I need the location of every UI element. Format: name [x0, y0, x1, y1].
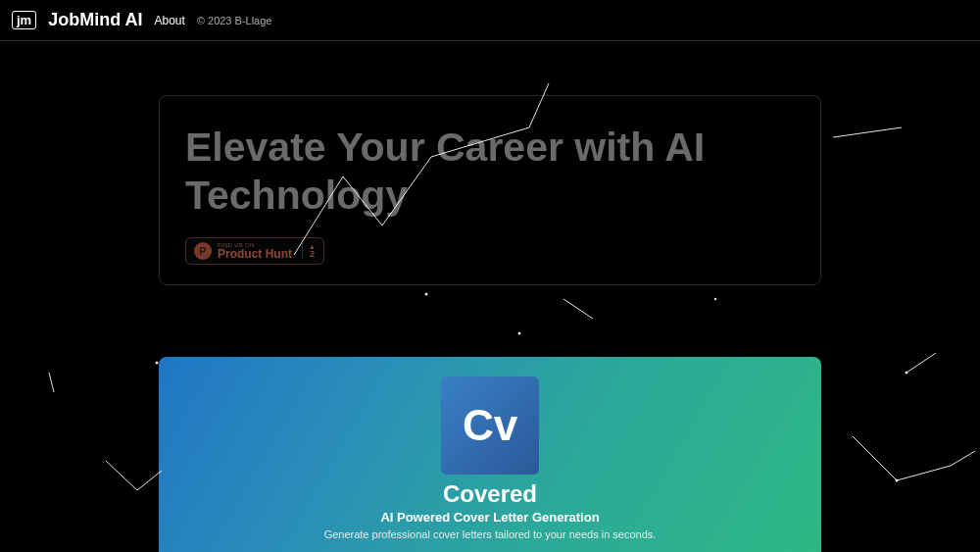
feature-card[interactable]: Cv Covered AI Powered Cover Letter Gener…	[159, 357, 821, 552]
hero-card: Elevate Your Career with AI Technology P…	[159, 95, 821, 285]
svg-line-17	[897, 466, 951, 480]
feature-description: Generate professional cover letters tail…	[324, 528, 657, 540]
feature-title: Covered	[443, 480, 537, 508]
ph-count: 2	[310, 250, 315, 259]
navbar: jm JobMind AI About © 2023 B-Llage	[0, 0, 980, 41]
feature-subtitle: AI Powered Cover Letter Generation	[380, 510, 599, 525]
product-hunt-icon: P	[194, 242, 212, 260]
brand-name[interactable]: JobMind AI	[48, 10, 142, 30]
svg-line-1	[106, 461, 137, 490]
svg-line-14	[906, 353, 936, 373]
svg-line-13	[833, 127, 902, 137]
svg-line-0	[49, 373, 54, 392]
svg-point-9	[425, 293, 428, 296]
hero-title: Elevate Your Career with AI Technology	[185, 124, 795, 220]
logo-icon[interactable]: jm	[12, 11, 36, 30]
product-hunt-text: Find us on Product Hunt	[218, 242, 292, 260]
cv-icon: Cv	[441, 376, 539, 475]
cv-icon-text: Cv	[463, 404, 517, 447]
ph-main-text: Product Hunt	[218, 248, 292, 260]
copyright-text: © 2023 B-Llage	[197, 15, 272, 26]
svg-point-12	[714, 298, 716, 300]
about-link[interactable]: About	[155, 14, 185, 27]
svg-point-19	[896, 479, 899, 482]
svg-line-18	[951, 451, 975, 466]
product-hunt-badge[interactable]: P Find us on Product Hunt ▲ 2	[185, 237, 324, 265]
svg-line-16	[853, 436, 897, 480]
svg-point-15	[906, 372, 908, 375]
svg-line-11	[564, 299, 593, 319]
svg-point-10	[518, 332, 521, 335]
ph-upvote: ▲ 2	[302, 243, 316, 259]
